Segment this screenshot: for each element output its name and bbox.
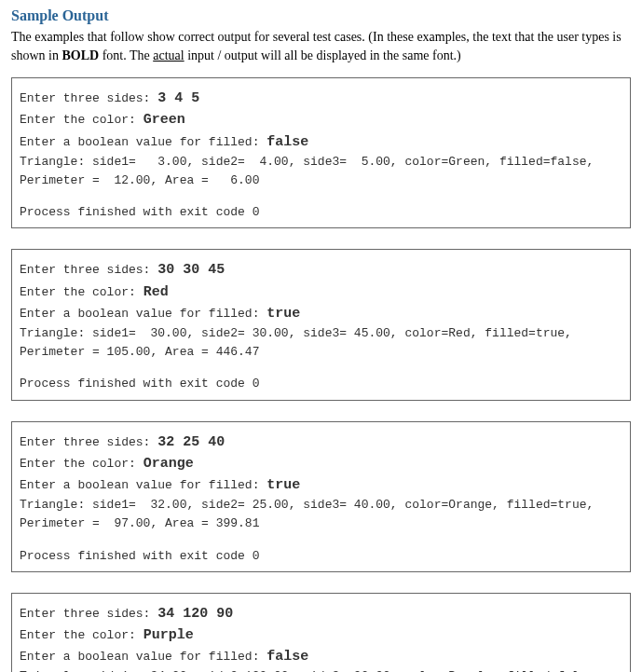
- result-line: Perimeter = 12.00, Area = 6.00: [20, 171, 622, 190]
- output-line: Enter a boolean value for filled: false: [20, 646, 622, 667]
- output-line: Enter the color: Orange: [20, 453, 622, 474]
- intro-paragraph: The examples that follow show correct ou…: [11, 28, 631, 64]
- output-line: Enter three sides: 34 120 90: [20, 603, 622, 624]
- user-input-filled: true: [266, 477, 300, 493]
- result-line: Triangle: side1= 30.00, side2= 30.00, si…: [20, 324, 622, 343]
- user-input-sides: 34 120 90: [157, 606, 233, 622]
- user-input-color: Green: [143, 112, 185, 128]
- intro-underline: actual: [153, 48, 184, 62]
- user-input-color: Orange: [143, 456, 194, 472]
- prompt-color: Enter the color:: [20, 457, 143, 471]
- output-line: Enter three sides: 3 4 5: [20, 88, 622, 109]
- intro-bold: BOLD: [61, 48, 99, 62]
- result-line: Triangle: side1= 32.00, side2= 25.00, si…: [20, 496, 622, 514]
- user-input-filled: false: [266, 649, 308, 665]
- output-line: Enter a boolean value for filled: false: [20, 131, 622, 153]
- exit-line: Process finished with exit code 0: [20, 547, 622, 566]
- prompt-sides: Enter three sides:: [20, 91, 157, 105]
- output-line: Enter three sides: 32 25 40: [20, 432, 622, 453]
- prompt-color: Enter the color:: [20, 628, 143, 642]
- prompt-filled: Enter a boolean value for filled:: [20, 478, 266, 492]
- sample-output-box: Enter three sides: 32 25 40 Enter the co…: [11, 421, 631, 572]
- prompt-sides: Enter three sides:: [20, 435, 157, 449]
- user-input-filled: false: [266, 134, 308, 150]
- user-input-sides: 32 25 40: [157, 434, 225, 450]
- prompt-filled: Enter a boolean value for filled:: [20, 650, 266, 664]
- user-input-color: Red: [143, 284, 169, 300]
- sample-output-box: Enter three sides: 3 4 5 Enter the color…: [11, 77, 631, 228]
- intro-text-2: font. The: [99, 48, 153, 62]
- exit-line: Process finished with exit code 0: [20, 203, 622, 222]
- intro-text-3: input / output will all be displayed in …: [184, 48, 461, 62]
- prompt-sides: Enter three sides:: [20, 607, 157, 621]
- prompt-filled: Enter a boolean value for filled:: [20, 307, 266, 321]
- output-line: Enter a boolean value for filled: true: [20, 474, 622, 496]
- output-line: Enter a boolean value for filled: true: [20, 303, 622, 324]
- output-line: Enter the color: Purple: [20, 624, 622, 646]
- user-input-color: Purple: [143, 627, 194, 643]
- result-line: Perimeter = 105.00, Area = 446.47: [20, 343, 622, 362]
- sample-output-box: Enter three sides: 30 30 45 Enter the co…: [11, 249, 631, 400]
- prompt-filled: Enter a boolean value for filled:: [20, 135, 266, 149]
- user-input-sides: 30 30 45: [157, 262, 225, 278]
- user-input-sides: 3 4 5: [157, 90, 199, 106]
- result-line: Perimeter = 97.00, Area = 399.81: [20, 514, 622, 533]
- sample-output-box: Enter three sides: 34 120 90 Enter the c…: [11, 593, 631, 672]
- exit-line: Process finished with exit code 0: [20, 375, 622, 393]
- user-input-filled: true: [266, 306, 300, 322]
- output-line: Enter the color: Green: [20, 109, 622, 130]
- output-line: Enter three sides: 30 30 45: [20, 259, 622, 281]
- prompt-sides: Enter three sides:: [20, 263, 157, 277]
- prompt-color: Enter the color:: [20, 113, 143, 127]
- result-line: Triangle: side1= 34.00, side2=120.00, si…: [20, 667, 622, 672]
- section-heading: Sample Output: [11, 7, 631, 24]
- prompt-color: Enter the color:: [20, 285, 143, 299]
- result-line: Triangle: side1= 3.00, side2= 4.00, side…: [20, 153, 622, 171]
- output-line: Enter the color: Red: [20, 281, 622, 303]
